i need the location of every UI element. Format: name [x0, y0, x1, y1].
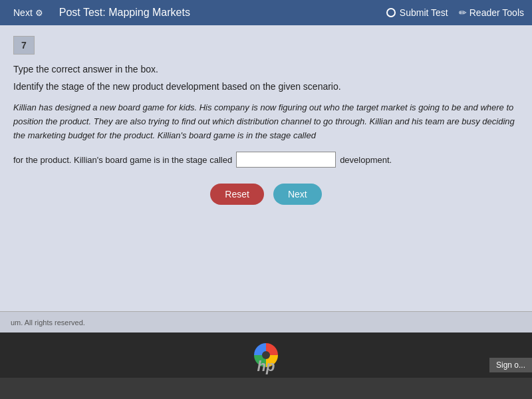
taskbar: hp Sign o... [0, 332, 532, 378]
nav-next-button[interactable]: Next ⚙ [8, 5, 49, 21]
submit-test-button[interactable]: Submit Test [386, 7, 448, 18]
submit-icon [386, 8, 396, 17]
next-button[interactable]: Next [273, 184, 322, 205]
hp-logo: hp [257, 358, 275, 375]
footer: um. All rights reserved. [0, 311, 532, 332]
reader-tools-button[interactable]: ✏ Reader Tools [459, 7, 524, 18]
submit-test-label: Submit Test [400, 7, 448, 18]
reset-button[interactable]: Reset [210, 184, 264, 205]
reader-tools-label: Reader Tools [469, 7, 524, 18]
question-number: 7 [13, 36, 35, 55]
buttons-row: Reset Next [13, 184, 519, 205]
main-content: 7 Type the correct answer in the box. Id… [0, 25, 532, 311]
fill-blank-input[interactable] [236, 152, 336, 168]
gear-icon: ⚙ [35, 8, 43, 18]
top-nav: Next ⚙ Post Test: Mapping Markets Submit… [0, 0, 532, 25]
nav-right: Submit Test ✏ Reader Tools [386, 7, 524, 18]
scenario-text: Killian has designed a new board game fo… [13, 101, 519, 142]
sign-out-button[interactable]: Sign o... [489, 358, 532, 372]
instruction-text: Type the correct answer in the box. [13, 64, 519, 74]
fill-blank-suffix: development. [340, 155, 392, 165]
reader-tools-icon: ✏ [459, 7, 467, 18]
nav-next-label: Next [13, 7, 33, 18]
question-text: Identify the stage of the new product de… [13, 81, 519, 92]
fill-blank-line: for the product. Killian's board game is… [13, 152, 519, 168]
page-title: Post Test: Mapping Markets [59, 7, 386, 19]
fill-blank-prefix: for the product. Killian's board game is… [13, 155, 232, 165]
footer-text: um. All rights reserved. [11, 319, 85, 327]
